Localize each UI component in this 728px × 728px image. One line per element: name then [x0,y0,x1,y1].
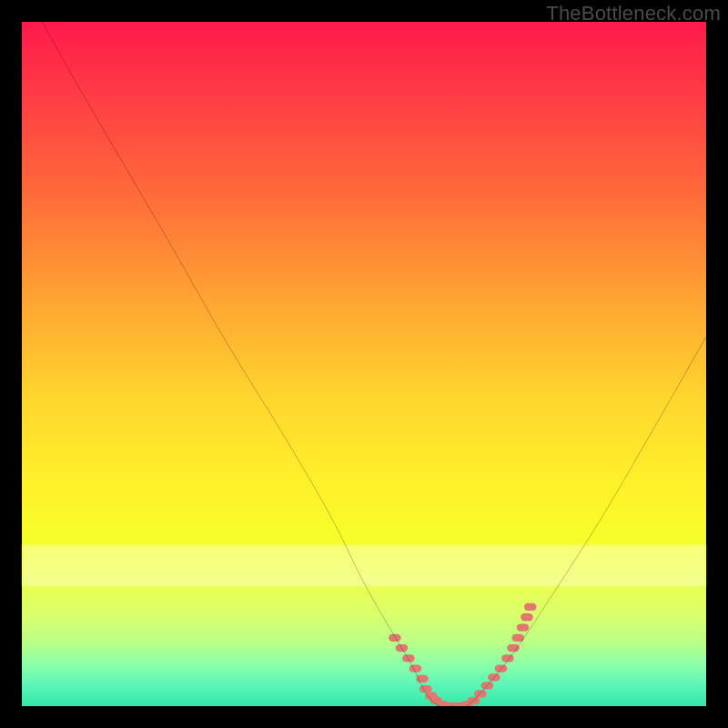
highlight-dot [521,613,533,621]
highlight-dot [517,623,530,631]
chart-stage: TheBottleneck.com [0,0,728,728]
highlight-dot [410,665,422,672]
highlight-dot [495,665,508,672]
highlight-dot [389,634,401,642]
highlight-dot [488,673,500,681]
plot-area [22,22,706,706]
highlight-dot [420,685,432,693]
highlight-dot [524,603,537,611]
highlight-dot [402,654,415,662]
highlight-dot [474,690,487,697]
highlight-dot [416,675,429,682]
bottleneck-curve-path [43,22,706,706]
highlight-dot [507,644,520,652]
watermark-text: TheBottleneck.com [546,2,721,25]
marker-group [389,603,536,706]
curve-layer [22,22,706,706]
